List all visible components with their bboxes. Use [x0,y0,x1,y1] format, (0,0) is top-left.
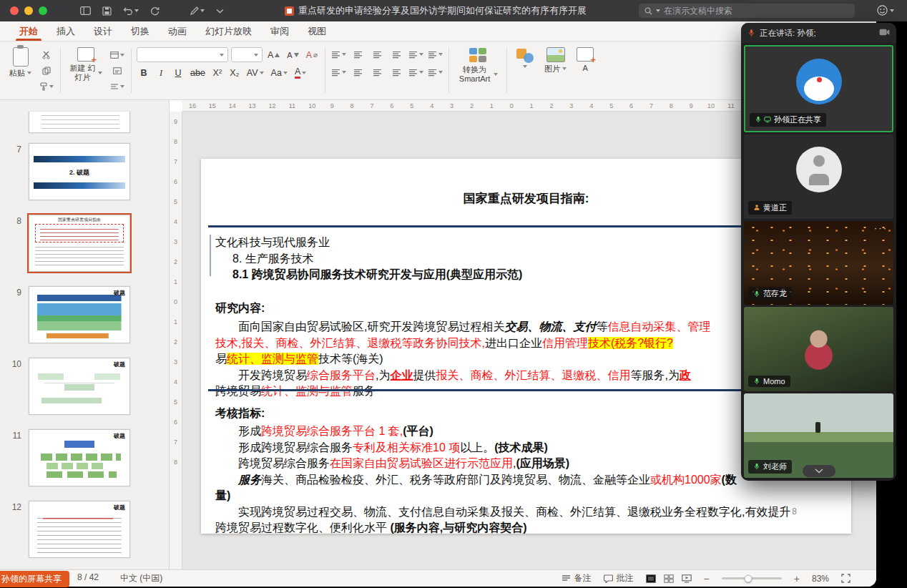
align-right-button[interactable] [369,65,386,79]
format-painter-button[interactable] [38,79,55,93]
camera-icon[interactable] [879,29,890,37]
collapse-videos-button[interactable] [803,465,835,477]
align-text-button[interactable] [427,65,443,79]
powerpoint-doc-icon [285,6,294,16]
draw-pen-icon[interactable] [190,6,205,16]
shapes-button[interactable] [512,45,538,70]
slide-sorter-view-button[interactable] [664,574,674,583]
copy-button[interactable] [38,64,55,77]
font-size-select[interactable] [231,47,263,62]
bold-button[interactable]: B [137,66,151,80]
slide-thumbnail[interactable]: 破题 [29,429,130,486]
numbering-button[interactable] [350,47,366,62]
research-heading: 研究内容: [215,301,265,316]
fullscreen-button[interactable] [841,574,850,583]
participant-tile[interactable]: ··· 范存龙 [744,221,893,305]
insert-picture-button[interactable]: 图片 [541,45,570,76]
participant-list: ··· 孙领正在共享 ··· 黄道正 ··· 范存龙 ··· Momo [741,43,896,481]
slide-page-number: 8 [792,506,797,516]
font-name-select[interactable] [137,47,228,62]
sidebar-toggle-icon[interactable] [80,6,91,15]
minimize-window-button[interactable] [24,6,33,15]
vertical-ruler: 987654321012345678 [170,112,182,569]
language-indicator[interactable]: 中文 (中国) [120,572,162,584]
zoom-in-button[interactable]: + [794,574,800,584]
participant-name: Momo [763,377,785,386]
participant-label: Momo [748,376,790,387]
tab-slideshow[interactable]: 幻灯片放映 [196,21,261,41]
slide-number: 12 [0,501,29,558]
bullets-button[interactable] [330,47,347,62]
new-slide-button[interactable]: 新建 幻灯片 [66,45,106,84]
align-center-button[interactable] [350,65,366,79]
redo-icon[interactable] [150,6,160,16]
participant-tile[interactable]: ··· Momo [744,307,893,391]
slide-number [0,112,29,133]
grow-font-button[interactable]: A [265,48,282,62]
text-direction-button[interactable] [408,65,424,79]
layout-button[interactable] [109,48,126,62]
section-button[interactable] [109,79,126,93]
tab-insert[interactable]: 插入 [47,21,84,41]
zoom-out-button[interactable]: − [704,574,710,584]
window-title: 重点研发的申请经验分享及国外访学期间如何保证研究的有序有序开展 [298,4,587,17]
notes-button[interactable]: 备注 [562,572,592,584]
paste-button[interactable]: 粘贴 [6,45,35,80]
convert-smartart-button[interactable]: 转换为 SmartArt [454,45,501,85]
undo-icon[interactable] [123,6,139,15]
tab-review[interactable]: 审阅 [261,21,298,41]
person-icon [753,204,760,211]
smiley-icon [877,5,888,16]
participant-tile[interactable]: ··· 黄道正 [744,134,893,219]
zoom-slider-knob[interactable] [744,574,752,582]
underline-button[interactable]: U [171,66,185,80]
tab-animations[interactable]: 动画 [159,21,196,41]
justify-button[interactable] [388,65,405,79]
slide-thumbnail[interactable] [29,112,130,133]
reset-slide-button[interactable] [109,64,126,77]
character-spacing-button[interactable]: AV [245,66,266,80]
strikethrough-button[interactable]: abe [188,66,207,80]
thumbnail-caption: 2. 破题 [29,168,129,177]
participant-tile[interactable]: ··· 孙领正在共享 [744,45,893,132]
zoom-slider[interactable] [722,577,782,579]
save-icon[interactable] [102,6,112,16]
normal-view-button[interactable] [646,574,656,583]
zoom-percent[interactable]: 83% [812,574,829,584]
slideshow-view-button[interactable] [682,574,692,583]
change-case-button[interactable]: Aa [269,66,290,80]
toolbar-more-chevron-icon[interactable] [216,9,224,14]
comments-button[interactable]: 批注 [604,572,634,584]
mic-icon [747,29,755,37]
more-options-icon[interactable]: ··· [874,222,888,233]
clear-formatting-button[interactable]: A⌀ [304,48,320,62]
thumbnail-row: 7 2. 破题 [0,143,169,200]
cut-button[interactable] [38,48,55,62]
align-left-button[interactable] [330,65,347,79]
slide-thumbnail[interactable]: 破题 [29,358,130,415]
shrink-font-button[interactable]: A [285,48,300,62]
subscript-button[interactable]: X₂ [227,66,242,80]
superscript-button[interactable]: X² [210,66,225,80]
slide-thumbnail[interactable]: 破题 [29,501,130,558]
zoom-window-button[interactable] [39,6,47,15]
close-window-button[interactable] [10,6,19,15]
indent-button[interactable] [388,47,405,62]
slide-thumbnail[interactable]: 国家重点研发项目指南 [29,215,130,272]
text-box-button[interactable]: A [573,45,597,75]
font-color-button[interactable]: A [293,66,308,80]
italic-button[interactable]: I [154,66,168,80]
line-spacing-button[interactable] [408,47,424,62]
tab-design[interactable]: 设计 [84,21,122,41]
tab-view[interactable]: 视图 [298,21,335,41]
speaking-label: 正在讲话: 孙领; [760,28,816,39]
search-scope-chevron-icon[interactable] [656,9,660,12]
columns-button[interactable] [427,47,443,62]
slide-thumbnail[interactable]: 破题 [29,286,130,343]
slide-thumbnail[interactable]: 2. 破题 [29,143,130,200]
emoji-menu-button[interactable] [877,5,894,16]
tab-home[interactable]: 开始 [10,21,47,41]
search-input[interactable]: 在演示文稿中搜索 [639,4,855,18]
outdent-button[interactable] [369,47,386,62]
tab-transitions[interactable]: 切换 [122,21,159,41]
